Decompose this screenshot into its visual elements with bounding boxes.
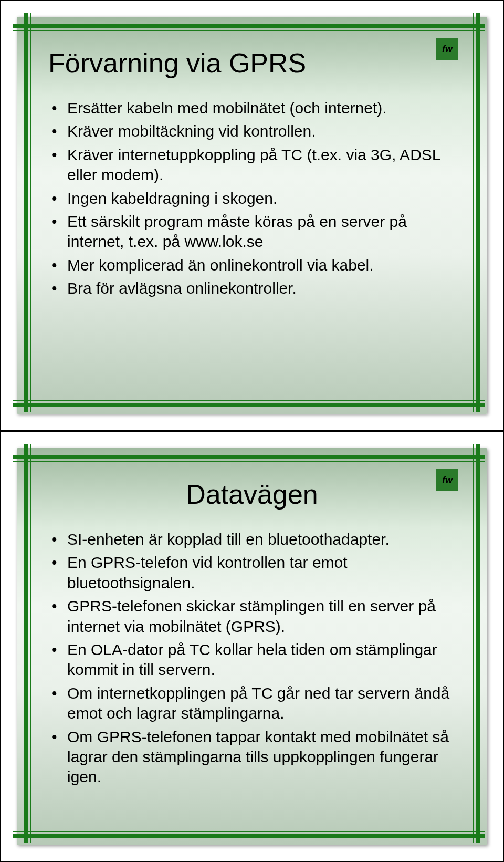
bullet-list: SI-enheten är kopplad till en bluetootha…: [47, 529, 456, 787]
slide-background: fw Datavägen SI-enheten är kopplad till …: [17, 448, 487, 845]
bottom-rule: [13, 399, 485, 407]
bullet-item: SI-enheten är kopplad till en bluetootha…: [47, 529, 456, 549]
bullet-item: Bra för avlägsna onlinekontroller.: [47, 278, 456, 298]
left-rule: [24, 13, 32, 412]
top-rule: [13, 24, 485, 32]
bullet-item: En OLA-dator på TC kollar hela tiden om …: [47, 640, 456, 680]
bottom-rule: [13, 830, 485, 838]
slide-background: fw Förvarning via GPRS Ersätter kabeln m…: [17, 17, 487, 414]
bullet-item: Om internetkopplingen på TC går ned tar …: [47, 683, 456, 724]
slide-title: Datavägen: [17, 479, 487, 510]
slide-content: Ersätter kabeln med mobilnätet (och inte…: [47, 98, 456, 302]
bullet-item: Kräver mobiltäckning vid kontrollen.: [47, 121, 456, 141]
bullet-item: En GPRS-telefon vid kontrollen tar emot …: [47, 553, 456, 593]
slide-1: fw Förvarning via GPRS Ersätter kabeln m…: [0, 0, 504, 431]
slide-content: SI-enheten är kopplad till en bluetootha…: [47, 529, 456, 791]
bullet-item: Mer komplicerad än onlinekontroll via ka…: [47, 255, 456, 275]
top-rule: [13, 455, 485, 463]
bullet-item: Ersätter kabeln med mobilnätet (och inte…: [47, 98, 456, 118]
bullet-list: Ersätter kabeln med mobilnätet (och inte…: [47, 98, 456, 299]
slide-2: fw Datavägen SI-enheten är kopplad till …: [0, 431, 504, 862]
bullet-item: Kräver internetuppkoppling på TC (t.ex. …: [47, 145, 456, 185]
slide-title: Förvarning via GPRS: [48, 47, 487, 79]
bullet-item: Ett särskilt program måste köras på en s…: [47, 212, 456, 252]
bullet-item: Ingen kabeldragning i skogen.: [47, 189, 456, 209]
bullet-item: GPRS-telefonen skickar stämplingen till …: [47, 596, 456, 637]
bullet-item: Om GPRS-telefonen tappar kontakt med mob…: [47, 727, 456, 787]
